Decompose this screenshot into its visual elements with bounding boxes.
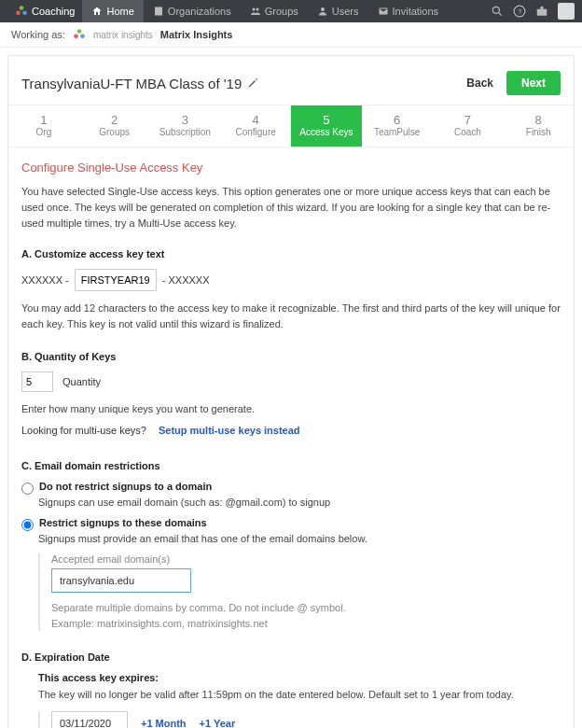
domain-box: Accepted email domain(s) Separate multip…	[38, 553, 561, 631]
nav-inv-label: Invitations	[393, 6, 439, 17]
svg-point-11	[74, 34, 78, 38]
nav-users[interactable]: Users	[308, 0, 368, 22]
multi-use-prompt: Looking for multi-use keys?	[21, 425, 146, 436]
svg-point-5	[321, 7, 325, 11]
section-d-heading: D. Expiration Date	[21, 651, 561, 663]
section-b-heading: B. Quantity of Keys	[21, 351, 561, 362]
building-icon	[153, 6, 164, 17]
card-body: Configure Single-Use Access Key You have…	[8, 147, 574, 728]
nav-organizations[interactable]: Organizations	[144, 0, 241, 22]
svg-rect-9	[537, 9, 547, 16]
org-brand-small: matrix insights	[93, 30, 153, 40]
brand-logo-icon	[15, 5, 28, 18]
user-avatar[interactable]	[558, 3, 575, 20]
radio-restrict-sub: Signups must provide an email that has o…	[38, 533, 561, 544]
section-title: Configure Single-Use Access Key	[21, 161, 561, 175]
domain-field-label: Accepted email domain(s)	[51, 553, 561, 565]
expiration-subhead: This access key expires:	[38, 672, 561, 683]
page-title-text: TransylvaniaU-FT MBA Class of '19	[21, 76, 242, 91]
groups-icon	[250, 6, 261, 17]
svg-point-4	[256, 8, 258, 11]
multi-use-prompt-row: Looking for multi-use keys? Setup multi-…	[21, 425, 561, 436]
step-coach[interactable]: 7Coach	[433, 105, 504, 147]
plus-month-link[interactable]: +1 Month	[141, 718, 187, 728]
radio-no-restrict-label: Do not restrict signups to a domain	[39, 481, 212, 492]
key-text-input[interactable]	[75, 269, 157, 291]
section-c-heading: C. Email domain restrictions	[21, 460, 561, 471]
svg-point-0	[20, 6, 24, 10]
page-title: TransylvaniaU-FT MBA Class of '19	[21, 76, 258, 91]
back-button[interactable]: Back	[466, 77, 493, 90]
svg-point-3	[252, 8, 255, 11]
svg-point-12	[80, 34, 85, 38]
plus-year-link[interactable]: +1 Year	[200, 718, 236, 728]
svg-text:?: ?	[518, 7, 521, 16]
step-configure[interactable]: 4Configure	[220, 105, 291, 147]
svg-point-1	[16, 10, 21, 15]
help-icon[interactable]: ?	[513, 5, 526, 18]
section-description: You have selected Single-Use access keys…	[21, 184, 561, 231]
nav-invitations[interactable]: Invitations	[368, 0, 449, 22]
expiration-date-input[interactable]	[51, 711, 128, 728]
step-groups[interactable]: 2Groups	[79, 105, 150, 147]
key-prefix: XXXXXX -	[21, 274, 69, 286]
svg-point-10	[77, 29, 82, 34]
radio-restrict[interactable]	[21, 519, 34, 531]
multi-use-link[interactable]: Setup multi-use keys instead	[159, 425, 300, 436]
wizard-card: TransylvaniaU-FT MBA Class of '19 Back N…	[7, 55, 575, 728]
search-icon[interactable]	[491, 5, 504, 18]
next-button[interactable]: Next	[506, 71, 561, 95]
nav-users-label: Users	[332, 6, 359, 17]
key-suffix: - XXXXXX	[162, 274, 210, 286]
svg-point-2	[22, 10, 27, 15]
expiration-box: +1 Month +1 Year (Format: mm/dd/yyyy)	[38, 711, 561, 728]
domain-hint-1: Separate multiple domains by comma. Do n…	[51, 600, 561, 616]
pencil-icon[interactable]	[247, 77, 258, 89]
step-subscription[interactable]: 3Subscription	[150, 105, 221, 147]
section-a-heading: A. Customize access key text	[21, 248, 561, 259]
brand-label: Coaching	[32, 6, 75, 17]
section-a-note: You may add 12 characters to the access …	[21, 301, 561, 332]
section-b-note: Enter how many unique keys you want to g…	[21, 401, 561, 417]
step-access-keys[interactable]: 5Access Keys	[291, 105, 362, 147]
mail-icon	[378, 6, 389, 17]
quantity-input[interactable]	[21, 371, 53, 392]
svg-point-6	[492, 7, 499, 13]
radio-restrict-label: Restrict signups to these domains	[39, 517, 207, 528]
working-as-bar: Working as: matrix insights Matrix Insig…	[0, 22, 582, 48]
step-org[interactable]: 1Org	[8, 105, 79, 147]
working-as-label: Working as:	[11, 29, 65, 40]
home-icon	[91, 6, 103, 17]
card-header: TransylvaniaU-FT MBA Class of '19 Back N…	[8, 56, 574, 105]
top-nav: Coaching Home Organizations Groups Users…	[0, 0, 582, 22]
nav-groups-label: Groups	[265, 6, 298, 17]
working-as-org: Matrix Insights	[160, 29, 233, 40]
radio-no-restrict-sub: Signups can use email domain (such as: @…	[38, 497, 561, 508]
expiration-note: The key will no longer be valid after 11…	[38, 689, 561, 700]
key-customize-row: XXXXXX - - XXXXXX	[21, 269, 561, 291]
quantity-row: Quantity	[21, 371, 561, 392]
step-teampulse[interactable]: 6TeamPulse	[362, 105, 433, 147]
toolbox-icon[interactable]	[535, 5, 548, 18]
nav-org-label: Organizations	[168, 6, 231, 17]
org-logo-icon	[73, 28, 86, 41]
domain-hint-2: Example: matrixinsights.com, matrixinsig…	[51, 616, 561, 632]
wizard-steps: 1Org 2Groups 3Subscription 4Configure 5A…	[8, 105, 574, 147]
user-icon	[317, 6, 328, 17]
nav-home[interactable]: Home	[82, 0, 143, 22]
nav-home-label: Home	[106, 6, 133, 17]
domain-input[interactable]	[51, 568, 191, 593]
quantity-label: Quantity	[62, 376, 101, 387]
app-brand[interactable]: Coaching	[7, 5, 82, 18]
radio-no-restrict[interactable]	[21, 483, 34, 495]
nav-groups[interactable]: Groups	[241, 0, 308, 22]
step-finish[interactable]: 8Finish	[503, 105, 574, 147]
